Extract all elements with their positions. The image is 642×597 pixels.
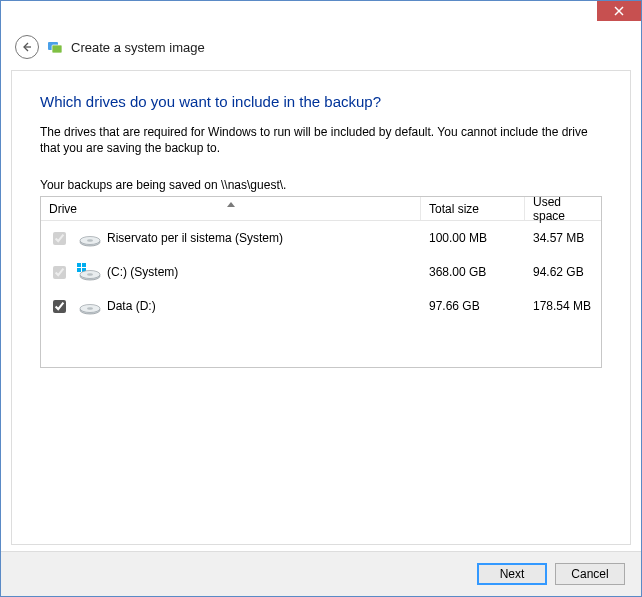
svg-rect-10 — [77, 268, 81, 272]
drive-used-space: 94.62 GB — [525, 265, 601, 279]
drive-label: Data (D:) — [107, 299, 156, 313]
window-title: Create a system image — [71, 40, 205, 55]
svg-point-14 — [87, 274, 93, 277]
drive-icon — [75, 263, 101, 281]
column-header-total-size[interactable]: Total size — [421, 197, 525, 220]
table-row[interactable]: (C:) (System)368.00 GB94.62 GB — [41, 255, 601, 289]
wizard-footer: Next Cancel — [1, 551, 641, 596]
window-titlebar — [1, 1, 641, 29]
wizard-header: Create a system image — [1, 29, 641, 73]
next-button[interactable]: Next — [477, 563, 547, 585]
drive-label: Riservato per il sistema (System) — [107, 231, 283, 245]
table-body: Riservato per il sistema (System)100.00 … — [41, 221, 601, 367]
back-button[interactable] — [15, 35, 39, 59]
close-icon — [614, 6, 624, 16]
drive-icon — [75, 229, 101, 247]
cancel-button[interactable]: Cancel — [555, 563, 625, 585]
drive-checkbox — [53, 232, 66, 245]
save-location-line: Your backups are being saved on \\nas\gu… — [40, 178, 602, 192]
drive-checkbox — [53, 266, 66, 279]
column-header-used-label: Used space — [533, 195, 593, 223]
column-header-drive[interactable]: Drive — [41, 197, 421, 220]
drives-table: Drive Total size Used space Riservato pe… — [40, 196, 602, 368]
back-arrow-icon — [21, 41, 33, 53]
column-header-total-label: Total size — [429, 202, 479, 216]
svg-rect-4 — [52, 45, 62, 53]
svg-point-17 — [87, 308, 93, 311]
system-image-icon — [47, 39, 63, 55]
drive-label: (C:) (System) — [107, 265, 178, 279]
page-question: Which drives do you want to include in t… — [40, 93, 602, 110]
column-header-used-space[interactable]: Used space — [525, 197, 601, 220]
table-row[interactable]: Data (D:)97.66 GB178.54 MB — [41, 289, 601, 323]
svg-point-7 — [87, 240, 93, 243]
drive-used-space: 34.57 MB — [525, 231, 601, 245]
svg-rect-8 — [77, 263, 81, 267]
drive-checkbox[interactable] — [53, 300, 66, 313]
drive-icon — [75, 297, 101, 315]
table-row[interactable]: Riservato per il sistema (System)100.00 … — [41, 221, 601, 255]
svg-rect-9 — [82, 263, 86, 267]
column-header-drive-label: Drive — [49, 202, 77, 216]
close-button[interactable] — [597, 1, 641, 21]
drive-used-space: 178.54 MB — [525, 299, 601, 313]
drive-total-size: 368.00 GB — [421, 265, 525, 279]
drive-total-size: 100.00 MB — [421, 231, 525, 245]
wizard-page: Which drives do you want to include in t… — [11, 70, 631, 545]
table-header-row: Drive Total size Used space — [41, 197, 601, 221]
page-explain: The drives that are required for Windows… — [40, 124, 602, 156]
drive-total-size: 97.66 GB — [421, 299, 525, 313]
sort-ascending-icon — [227, 196, 235, 210]
